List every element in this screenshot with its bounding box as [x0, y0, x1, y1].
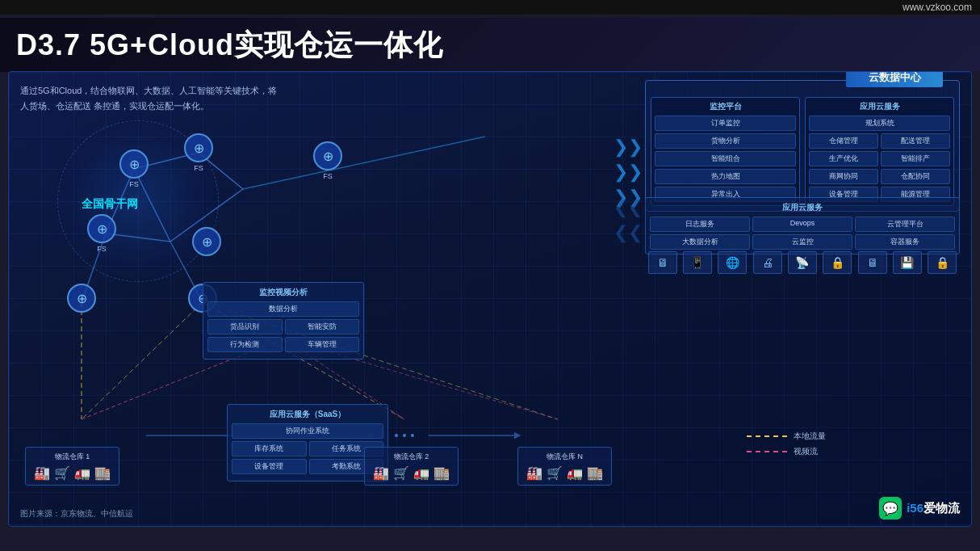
- title-area: D3.7 5G+Cloud实现仓运一体化: [0, 18, 980, 72]
- arrow-left-1: ❮❮: [614, 197, 643, 218]
- device-icons-row: 🖥 📱 🌐 🖨 📡 🔒 🖥 💾 🔒: [645, 248, 960, 277]
- wh1-icon-3: 🚛: [74, 465, 90, 481]
- monitor-title: 监控平台: [655, 101, 796, 112]
- top-bar: www.vzkoo.com: [0, 0, 980, 15]
- app-cloud-panel: 应用云服务 规划系统 仓储管理 配送管理 生产优化 智能排产 商网协同 仓配协同: [805, 97, 954, 206]
- arrow-left-2: ❮❮: [614, 222, 643, 243]
- monitor-items: 订单监控 货物分析 智能组合 热力地图 异常出入: [655, 116, 796, 202]
- logo-text: i56爱物流: [907, 501, 960, 516]
- app-row-4: 商网协同 仓配协同: [809, 169, 950, 184]
- surveillance-item-4: 行为检测: [207, 337, 283, 352]
- device-icon-9: 🔒: [928, 251, 957, 274]
- warehouse-n-area: 物流仓库 N 🏭 🛒 🚛 🏬: [517, 447, 612, 486]
- network-node-5: ⊕: [186, 221, 227, 262]
- monitor-item-2: 货物分析: [655, 133, 796, 149]
- source-text: 图片来源：京东物流、中信航运: [20, 508, 133, 519]
- app-item-4a: 商网协同: [809, 169, 878, 184]
- whn-icon-4: 🏬: [587, 465, 603, 481]
- wh2-icon-3: 🚛: [413, 465, 429, 481]
- router-icon-3: ⊕: [313, 141, 342, 170]
- legend-item-1: 本地流量: [747, 431, 826, 442]
- svg-point-20: [411, 434, 414, 437]
- arrow-right-1: ❯❯: [614, 137, 643, 158]
- warehouse-n-label: 物流仓库 N: [526, 452, 603, 462]
- legend: 本地流量 视频流: [747, 431, 826, 457]
- saas-item-1: 协同作业系统: [232, 423, 383, 439]
- monitor-item-4: 热力地图: [655, 169, 796, 184]
- url-text: www.vzkoo.com: [903, 2, 972, 13]
- cloud-datacenter: 云数据中心 监控平台 订单监控 货物分析 智能组合 热力地图 异常出入 应用云服…: [645, 80, 960, 212]
- services-row1: 日志服务 Devops 云管理平台: [650, 217, 955, 232]
- app-row-2: 仓储管理 配送管理: [809, 133, 950, 149]
- app-item-1: 规划系统: [809, 116, 950, 131]
- wh2-icon-1: 🏭: [373, 465, 389, 481]
- saas-title: 应用云服务（SaaS）: [232, 409, 383, 420]
- app-services-lower-title: 应用云服务: [650, 202, 955, 213]
- surveillance-title: 监控视频分析: [207, 287, 359, 298]
- cloud-datacenter-title: 云数据中心: [846, 71, 943, 87]
- device-icon-8: 💾: [893, 251, 922, 274]
- svg-line-8: [243, 137, 485, 189]
- warehouse-2-icons: 🏭 🛒 🚛 🏬: [373, 465, 450, 481]
- wh2-icon-2: 🛒: [393, 465, 409, 481]
- app-item-4b: 仓配协同: [881, 169, 950, 184]
- app-row-3: 生产优化 智能排产: [809, 151, 950, 166]
- legend-label-2: 视频流: [794, 446, 818, 457]
- backbone-label: 全国骨干网: [82, 197, 138, 212]
- saas-item-4: 设备管理: [232, 459, 307, 474]
- app-item-2a: 仓储管理: [809, 133, 878, 149]
- warehouse-2-area: 物流仓库 2 🏭 🛒 🚛 🏬: [364, 447, 459, 486]
- wh1-icon-2: 🛒: [54, 465, 70, 481]
- warehouse-2-box: 物流仓库 2 🏭 🛒 🚛 🏬: [364, 447, 459, 486]
- arrows-left: ❮❮ ❮❮: [614, 197, 643, 243]
- main-content: 通过5G和Cloud，结合物联网、大数据、人工智能等关键技术，将人货场、仓运配送…: [8, 71, 972, 527]
- legend-line-traffic: [747, 435, 787, 437]
- app-item-3a: 生产优化: [809, 151, 878, 166]
- warehouse-n-box: 物流仓库 N 🏭 🛒 🚛 🏬: [517, 447, 612, 486]
- device-icon-6: 🔒: [823, 251, 852, 274]
- app-services-lower: 应用云服务 日志服务 Devops 云管理平台 大数据分析 云监控 容器服务: [645, 197, 960, 254]
- app-item-3b: 智能排产: [881, 151, 950, 166]
- surveillance-item-2: 货品识别: [207, 319, 283, 334]
- router-icon-6: ⊕: [67, 284, 96, 313]
- device-icon-1: 🖥: [648, 251, 677, 274]
- device-icon-3: 🌐: [718, 251, 747, 274]
- surveillance-box: 监控视频分析 数据分析 货品识别 智能安防 行为检测 车辆管理: [203, 282, 364, 360]
- saas-row-2: 设备管理 考勤系统: [232, 459, 383, 474]
- surveillance-item-1: 数据分析: [207, 301, 359, 317]
- surveillance-item-3: 智能安防: [285, 319, 360, 334]
- saas-item-2: 库存系统: [232, 441, 307, 456]
- monitor-item-3: 智能组合: [655, 151, 796, 166]
- router-icon-1: ⊕: [119, 149, 149, 179]
- whn-icon-1: 🏭: [526, 465, 542, 481]
- saas-row-1: 库存系统 任务系统: [232, 441, 383, 456]
- svc-3: 云管理平台: [855, 217, 955, 232]
- legend-item-2: 视频流: [747, 446, 826, 457]
- legend-line-video: [747, 451, 787, 452]
- whn-icon-3: 🚛: [567, 465, 583, 481]
- warehouse-1-label: 物流仓库 1: [34, 452, 111, 462]
- wh1-icon-1: 🏭: [34, 465, 50, 481]
- warehouse-1-area: 物流仓库 1 🏭 🛒 🚛 🏬: [25, 447, 119, 486]
- svg-point-19: [403, 434, 406, 437]
- device-icon-2: 📱: [683, 251, 712, 274]
- whn-icon-2: 🛒: [547, 465, 563, 481]
- surveillance-row-2: 行为检测 车辆管理: [207, 337, 359, 352]
- page-title: D3.7 5G+Cloud实现仓运一体化: [16, 26, 964, 65]
- logo: 💬 i56爱物流: [879, 497, 960, 519]
- svc-2: Devops: [752, 217, 852, 232]
- monitor-panel: 监控平台 订单监控 货物分析 智能组合 热力地图 异常出入: [651, 97, 800, 206]
- surveillance-item-5: 车辆管理: [285, 337, 360, 352]
- svg-point-18: [395, 434, 398, 437]
- network-node-6: ⊕: [61, 278, 102, 318]
- wh2-icon-4: 🏬: [433, 465, 450, 481]
- surveillance-row-1: 货品识别 智能安防: [207, 319, 359, 334]
- legend-label-1: 本地流量: [794, 431, 826, 442]
- app-cloud-title: 应用云服务: [809, 101, 950, 112]
- warehouse-n-icons: 🏭 🛒 🚛 🏬: [526, 465, 603, 481]
- network-node-2: ⊕ FS: [178, 132, 219, 173]
- app-item-2b: 配送管理: [881, 133, 950, 149]
- warehouse-2-label: 物流仓库 2: [373, 452, 450, 462]
- logo-icon: 💬: [879, 497, 902, 519]
- cloud-inner: 监控平台 订单监控 货物分析 智能组合 热力地图 异常出入 应用云服务 规划系统…: [651, 97, 954, 206]
